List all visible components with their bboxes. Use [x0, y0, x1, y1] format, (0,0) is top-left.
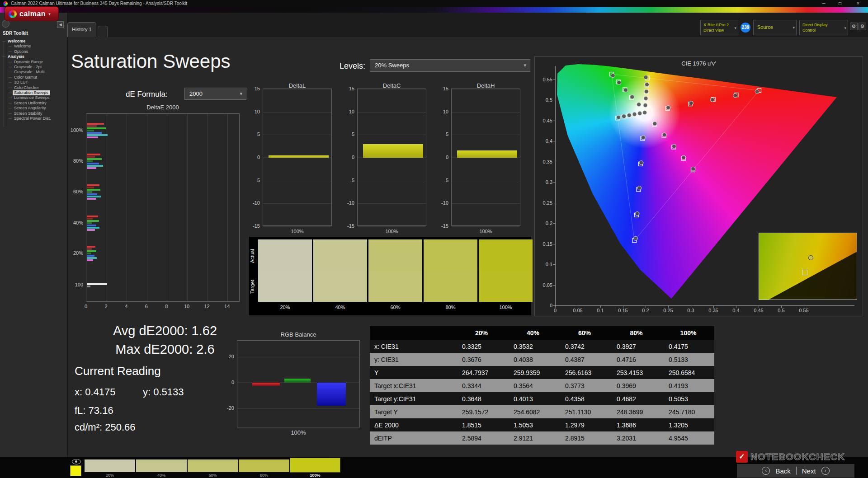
minimize-icon[interactable]: ─: [817, 0, 830, 7]
cell-value: 0.3344: [456, 379, 507, 392]
actual-swatch: [368, 239, 422, 271]
source-selector[interactable]: Source: [753, 20, 797, 35]
deltae-bar: [87, 250, 96, 252]
cell-value: 0.3742: [559, 340, 610, 353]
sidebar-collapse-icon[interactable]: ◀: [57, 21, 64, 28]
mini-y-tick: 0: [437, 155, 448, 160]
deltae-y-tick: 60%: [56, 189, 83, 194]
mini-y-tick: 0: [343, 155, 354, 160]
gridline: [208, 114, 208, 301]
strip-swatch-100[interactable]: [290, 458, 340, 472]
gridline: [358, 158, 426, 158]
display-control-selector[interactable]: Direct Display Control: [799, 20, 848, 35]
rgb-bar-green: [284, 379, 311, 383]
gridline: [452, 203, 520, 204]
sidebar-item-options[interactable]: Options: [13, 49, 29, 54]
window-title: Calman 2022 Calman Ultimate for Business…: [11, 1, 187, 6]
gridline: [237, 408, 359, 409]
sidebar-item-dynamic-range[interactable]: Dynamic Range: [13, 60, 44, 65]
current-reading-title: Current Reading: [75, 364, 161, 378]
target-swatch: [313, 271, 367, 302]
deltae-chart-title: DeltaE 2000: [86, 104, 240, 111]
sidebar-item-grayscale-2pt[interactable]: Grayscale - 2pt: [13, 65, 43, 70]
sidebar-item-screen-uniformity[interactable]: Screen Uniformity: [13, 101, 48, 106]
actual-swatch: [424, 239, 477, 271]
sidebar-item-welcome[interactable]: Welcome: [13, 44, 32, 49]
current-y: y: 0.5133: [143, 386, 184, 398]
cell-value: 0.3773: [559, 379, 610, 392]
workflow-tree: WelcomeWelcomeOptionsAnalysisDynamic Ran…: [0, 39, 67, 122]
cie-measured-point: [637, 186, 642, 190]
strip-swatch-60[interactable]: [188, 459, 238, 472]
sidebar-item-grayscale-multi[interactable]: Grayscale - Multi: [13, 70, 46, 75]
settings-gear-icon[interactable]: ⚙: [850, 23, 858, 30]
sidebar-item-saturation-sweeps[interactable]: Saturation Sweeps: [13, 90, 50, 95]
cie-tick-mark: [553, 162, 555, 162]
rgb-balance-title: RGB Balance: [237, 331, 360, 338]
deltah-xlabel: 100%: [451, 229, 520, 234]
meter-selector[interactable]: X-Rite i1Pro 2 Direct View: [700, 20, 738, 35]
sidebar-item-colorchecker[interactable]: ColorChecker: [13, 85, 40, 90]
rgb-y-tick: 20: [218, 354, 234, 359]
sidebar-item-analysis[interactable]: Analysis: [6, 54, 26, 59]
tab-stub[interactable]: [98, 26, 108, 37]
cie-y-tick: 0.4: [534, 138, 552, 144]
deltah-bar: [457, 150, 517, 158]
table-header: 20%: [456, 326, 507, 340]
cie-x-tick: 0.3: [682, 308, 700, 313]
strip-swatch-20[interactable]: [85, 459, 135, 472]
current-fl: fL: 73.16: [75, 405, 113, 417]
cie-measured-point: [641, 136, 645, 140]
cell-value: 254.6082: [507, 405, 559, 418]
levels-dropdown[interactable]: 20% Sweeps: [370, 59, 530, 72]
next-button[interactable]: Next: [802, 467, 816, 475]
formula-dropdown[interactable]: 2000: [184, 88, 246, 100]
sidebar-item-welcome[interactable]: Welcome: [6, 39, 27, 44]
cie-tick-mark: [668, 305, 669, 308]
cie-tick-mark: [555, 305, 556, 308]
cell-value: 0.5133: [662, 353, 714, 366]
back-button[interactable]: Back: [775, 467, 790, 475]
back-arrow-icon[interactable]: ‹: [762, 467, 770, 475]
rainbow-accent-bar: [0, 7, 868, 13]
mini-y-tick: -5: [343, 178, 354, 183]
cie-tick-mark: [553, 80, 555, 80]
cie-measured-point: [633, 236, 637, 240]
sidebar-item-screen-angularity[interactable]: Screen Angularity: [13, 106, 47, 111]
current-cdm2: cd/m²: 250.66: [75, 422, 136, 433]
sidebar-item-luminance-sweeps[interactable]: Luminance Sweeps: [13, 95, 51, 100]
strip-swatch-40[interactable]: [136, 459, 187, 472]
cell-value: 0.4682: [610, 392, 662, 405]
deltae-bar: [87, 227, 99, 229]
cie-tick-mark: [553, 285, 555, 286]
cie-x-tick: 0.25: [659, 308, 677, 313]
table-header: [370, 326, 456, 340]
deltal-bar: [269, 155, 329, 158]
deltae-bar: [87, 125, 97, 127]
eye-icon[interactable]: [72, 459, 81, 464]
formula-dropdown-value: 2000: [185, 88, 246, 100]
mini-y-tick: 10: [343, 109, 354, 114]
sidebar-item-color-gamut[interactable]: Color Gamut: [13, 75, 38, 80]
close-icon[interactable]: ×: [852, 0, 864, 7]
mini-y-tick: 15: [437, 86, 448, 91]
gridline: [358, 112, 426, 112]
cell-value: 0.3676: [456, 353, 507, 366]
cell-value: 0.3564: [507, 379, 559, 392]
strip-swatch-80[interactable]: [239, 459, 289, 472]
sidebar-item-spectral-power-dist[interactable]: Spectral Power Dist.: [13, 116, 52, 121]
deltae-bar: [87, 189, 100, 191]
sidebar-item-screen-stability[interactable]: Screen Stability: [13, 111, 44, 116]
next-arrow-icon[interactable]: ›: [821, 467, 830, 475]
deltae-bar: [87, 253, 91, 254]
maximize-icon[interactable]: □: [834, 0, 846, 7]
tab-history-1[interactable]: History 1: [67, 22, 96, 37]
calman-logo-button[interactable]: calman ▾: [5, 6, 59, 21]
cie-y-tick: 0.2: [534, 220, 552, 226]
cell-value: 0.4038: [507, 353, 559, 366]
sidebar-item-3d-lut[interactable]: 3D LUT: [13, 80, 29, 85]
preferences-gear-icon[interactable]: ⚙: [859, 23, 866, 30]
current-color-chip[interactable]: [70, 465, 81, 476]
deltae-x-tick: 0: [79, 304, 93, 309]
deltae-bar: [87, 123, 104, 125]
